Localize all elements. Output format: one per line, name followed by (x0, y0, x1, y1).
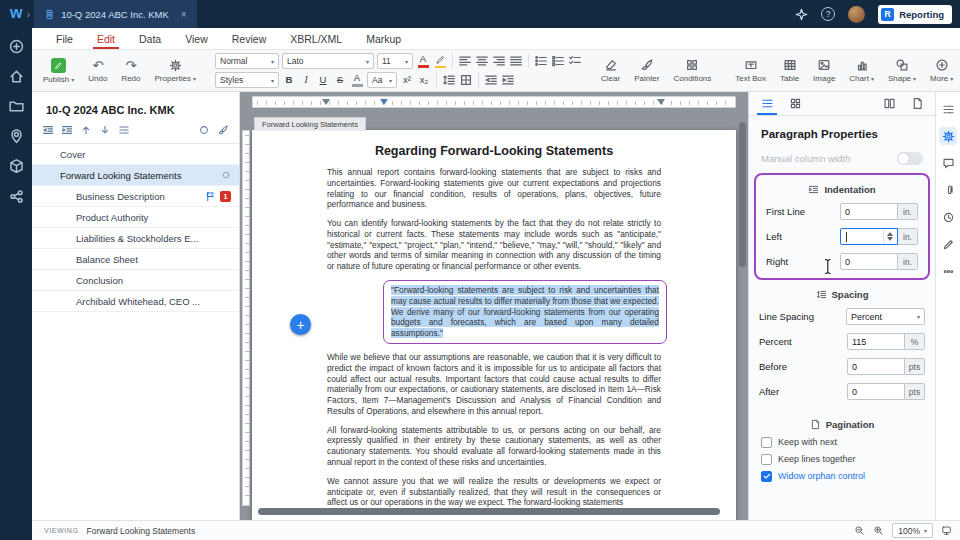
menu-data[interactable]: Data (127, 28, 173, 49)
bold-button[interactable]: B (282, 73, 296, 88)
redo-button[interactable]: ↷ Redo (116, 57, 145, 85)
case-dropdown[interactable]: Aa▾ (367, 72, 397, 88)
text-box-button[interactable]: Text Box (730, 56, 771, 85)
align-center-button[interactable] (475, 54, 489, 68)
move-down-icon[interactable] (99, 124, 111, 136)
subscript-button[interactable]: x₂ (417, 73, 431, 88)
history-icon[interactable] (939, 208, 957, 226)
help-button[interactable]: ? (821, 7, 835, 21)
format-painter-button[interactable]: Painter (629, 56, 664, 85)
more-options-icon[interactable] (939, 262, 957, 280)
properties-button[interactable]: Properties▾ (150, 57, 201, 85)
apps-icon[interactable] (8, 158, 25, 175)
underline-button[interactable]: U (316, 73, 330, 88)
align-left-button[interactable] (458, 54, 472, 68)
first-line-input[interactable]: 0 (840, 203, 898, 220)
zoom-in-icon[interactable] (873, 525, 884, 536)
avatar[interactable] (848, 6, 865, 23)
font-color-button[interactable]: A (416, 54, 430, 69)
tab-section-properties[interactable] (781, 92, 809, 115)
attachments-icon[interactable] (939, 181, 957, 199)
selected-text[interactable]: "Forward-looking statements are subject … (391, 285, 659, 338)
menu-markup[interactable]: Markup (354, 28, 413, 49)
share-icon[interactable] (8, 188, 25, 205)
location-icon[interactable] (8, 128, 25, 145)
menu-edit[interactable]: Edit (85, 28, 127, 49)
bulleted-list-button[interactable] (534, 54, 548, 68)
clear-formatting-button[interactable]: Clear (596, 56, 625, 85)
paragraph-2[interactable]: You can identify forward-looking stateme… (327, 218, 661, 272)
image-button[interactable]: Image (808, 56, 840, 85)
strikethrough-button[interactable]: S (333, 73, 347, 88)
right-indent-marker[interactable] (657, 99, 665, 105)
ai-sparkle-icon[interactable] (795, 8, 808, 21)
tab-paragraph-properties[interactable] (753, 92, 781, 115)
after-input[interactable]: 0 (847, 383, 905, 400)
align-right-button[interactable] (492, 54, 506, 68)
outline-item-conclusion[interactable]: Conclusion (32, 270, 239, 291)
settings-gear-icon[interactable] (939, 127, 957, 145)
vertical-scrollbar[interactable] (739, 122, 746, 267)
italic-button[interactable]: I (299, 73, 313, 88)
line-spacing-button[interactable] (442, 73, 456, 87)
quote-paragraph[interactable]: "Forward-looking statements are subject … (391, 285, 659, 339)
tab-page[interactable] (903, 92, 931, 115)
files-icon[interactable] (8, 98, 25, 115)
zoom-level-dropdown[interactable]: 100% ▾ (892, 523, 933, 538)
outline-item-forward-looking-statements[interactable]: Forward Looking Statements (32, 165, 239, 186)
widow-orphan-checkbox[interactable] (761, 471, 772, 482)
keep-with-next-checkbox[interactable] (761, 437, 772, 448)
reporting-button[interactable]: R Reporting (878, 5, 952, 24)
insert-content-button[interactable]: + (290, 314, 311, 335)
edit-pencil-icon[interactable] (939, 235, 957, 253)
comments-icon[interactable] (939, 154, 957, 172)
more-button[interactable]: More▾ (925, 56, 958, 85)
menu-view[interactable]: View (173, 28, 220, 49)
paragraph-5[interactable]: We cannot assure you that we will realiz… (327, 476, 661, 508)
outline-item-business-description[interactable]: Business Description 1 (32, 186, 239, 207)
page-section-tab[interactable]: Forward Looking Statements (254, 117, 366, 131)
document-tab[interactable]: 10-Q 2024 ABC Inc. KMK × (34, 0, 197, 28)
outline-item-signature[interactable]: Archibald Whitehead, CEO ... (32, 291, 239, 312)
horizontal-scrollbar[interactable] (258, 508, 720, 515)
manual-column-width-toggle[interactable] (897, 152, 923, 165)
document-title[interactable]: Regarding Forward-Looking Statements (327, 144, 661, 158)
font-size-dropdown[interactable]: 11▾ (377, 53, 413, 69)
zoom-out-icon[interactable] (854, 525, 865, 536)
menu-review[interactable]: Review (220, 28, 278, 49)
paragraph-style-dropdown[interactable]: Normal▾ (215, 53, 279, 69)
presentation-mode-icon[interactable] (941, 525, 952, 536)
text-fill-button[interactable]: A (350, 73, 364, 88)
numbered-list-button[interactable] (551, 54, 565, 68)
styles-dropdown[interactable]: Styles▾ (215, 72, 279, 88)
table-button[interactable]: Table (775, 56, 804, 85)
home-icon[interactable] (8, 68, 25, 85)
undo-button[interactable]: ↶ Undo (83, 57, 112, 85)
left-indent-marker[interactable] (380, 99, 388, 105)
increase-indent-button[interactable] (501, 73, 515, 87)
outline-list-icon[interactable] (118, 124, 130, 136)
line-spacing-dropdown[interactable]: Percent ▾ (846, 308, 925, 325)
menu-xbrl-xml[interactable]: XBRL/XML (278, 28, 354, 49)
comment-badge[interactable]: 1 (220, 191, 231, 202)
outline-item-cover[interactable]: Cover (32, 144, 239, 165)
indent-section-icon[interactable] (61, 124, 73, 136)
keep-lines-together-checkbox[interactable] (761, 454, 772, 465)
chevron-right-icon[interactable]: › (26, 8, 30, 20)
create-new-icon[interactable] (8, 38, 25, 55)
document-page[interactable]: Regarding Forward-Looking Statements Thi… (252, 130, 736, 520)
borders-button[interactable] (459, 73, 473, 87)
outline-item-liabilities[interactable]: Liabilities & Stockholders E... (32, 228, 239, 249)
filter-brush-icon[interactable] (217, 124, 229, 136)
chart-button[interactable]: Chart▾ (844, 56, 879, 85)
move-up-icon[interactable] (80, 124, 92, 136)
stepper-control[interactable] (883, 230, 893, 243)
paragraph-3[interactable]: While we believe that our assumptions ar… (327, 352, 661, 417)
outdent-section-icon[interactable] (42, 124, 54, 136)
highlight-color-button[interactable] (433, 54, 447, 69)
status-circle-icon[interactable] (198, 124, 210, 136)
paragraph-1[interactable]: This annual report contains forward-look… (327, 167, 661, 210)
paragraph-4[interactable]: All forward-looking statements attributa… (327, 425, 661, 468)
percent-input[interactable]: 115 (847, 333, 905, 350)
first-line-indent-marker[interactable] (322, 99, 330, 105)
